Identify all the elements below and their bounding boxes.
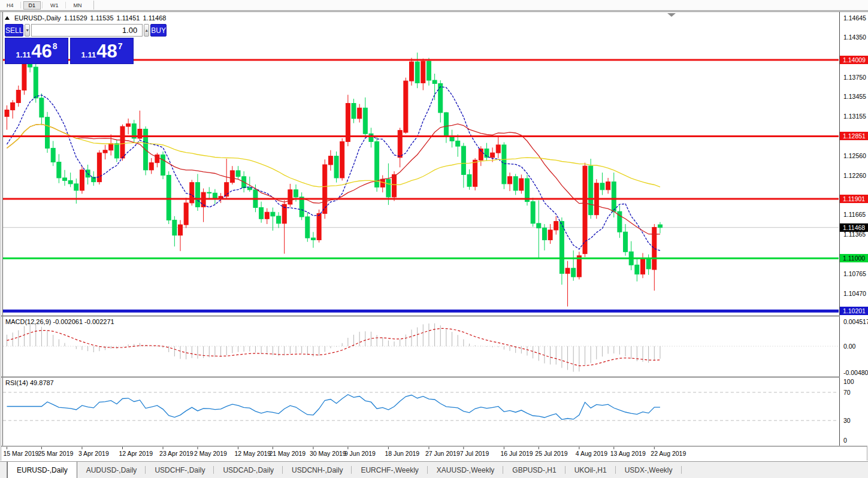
candle-body [508,177,512,184]
date-label: 27 Jun 2019 [425,450,460,457]
sell-price-base: 1.11 [16,50,31,59]
toolbar-separator [42,2,43,8]
candle-body [542,228,546,240]
rsi-value: 49.8787 [30,379,54,386]
candle-body [74,184,78,190]
candle-body [513,177,518,190]
chart-symbol: EURUSD-,Daily [14,14,61,22]
price-axis: 1.146451.143501.137501.134551.131551.125… [840,12,868,446]
candle-body [461,146,465,174]
platform-window: H4D1W1MN EURUSD-,Daily 1.11529 1.11535 1… [0,0,868,478]
chart-tab-usdchf-daily[interactable]: USDCHF-,Daily [146,462,214,478]
candle-body [652,228,657,270]
tab-scroll-strip[interactable] [0,462,7,478]
price-tick-label: 1.12560 [843,152,866,159]
chart-tab-usdcad-daily[interactable]: USDCAD-,Daily [214,462,283,478]
candle-body [559,222,564,274]
buy-price-big: 48 [96,42,117,60]
candle-body [120,126,125,158]
date-label: 30 May 2019 [310,450,346,457]
candle-body [109,144,113,150]
candle-body [271,212,275,216]
chart-tab-xauusd-weekly[interactable]: XAUUSD-,Weekly [428,462,503,478]
candle-body [161,155,165,175]
sell-button[interactable]: SELL [5,24,23,37]
chart-tab-gbpusd-h1[interactable]: GBPUSD-,H1 [503,462,565,478]
candle-body [502,145,506,184]
macd-pane [3,323,839,372]
volume-input[interactable] [31,24,143,37]
price-tick-label: 1.13455 [843,93,866,100]
candle-body [404,81,408,132]
ohlc-low: 1.11451 [117,14,140,22]
chart-canvas[interactable] [0,0,868,478]
date-label: 12 Apr 2019 [119,450,153,457]
candle-body [415,62,419,83]
candle-body [565,268,570,274]
sell-price-big: 46 [31,42,52,60]
candle-body [606,182,610,190]
price-tick-label: 1.10765 [843,270,866,277]
candle-body [277,216,281,223]
candle-body [155,155,159,162]
candles-layer [5,46,662,307]
chart-tab-usdx-weekly[interactable]: USDX-,Weekly [616,462,682,478]
timeframe-button-w1[interactable]: W1 [45,1,64,10]
candle-body [340,141,344,178]
price-tick-label: 1.11665 [843,211,866,218]
date-label: 22 Aug 2019 [651,450,686,457]
candle-body [5,110,9,117]
volume-decrease-button[interactable]: ▼ [25,24,30,37]
date-label: 16 Jul 2019 [500,450,533,457]
timeframe-button-d1[interactable]: D1 [23,1,41,10]
toolbar-separator [93,1,94,10]
candle-body [207,192,211,193]
chart-tab-eurchf-weekly[interactable]: EURCHF-,Weekly [352,462,427,478]
chart-tab-usdcnh-daily[interactable]: USDCNH-,Daily [283,462,352,478]
sell-quote-box[interactable]: 1.11 46 8 [5,38,68,64]
candle-body [334,156,338,178]
buy-quote-box[interactable]: 1.11 48 7 [70,38,134,64]
price-badge-1.14009: 1.14009 [840,56,868,64]
candle-body [548,230,552,240]
candle-body [265,212,269,219]
price-badge-1.11000: 1.11000 [840,254,868,262]
candle-body [236,171,240,177]
buy-button[interactable]: BUY [150,24,167,37]
date-label: 2 May 2019 [194,450,227,457]
volume-increase-button[interactable]: ▲ [144,24,149,37]
date-label: 7 Jul 2019 [460,450,489,457]
candle-body [300,197,304,217]
symbol-marker-icon [5,16,10,20]
candle-body [386,179,391,197]
timeframe-button-h4[interactable]: H4 [1,1,19,10]
candle-body [358,108,362,119]
macd-values: -0.002061 -0.002271 [53,318,114,325]
candle-body [658,225,662,228]
timeframe-button-mn[interactable]: MN [68,1,87,10]
candle-body [184,203,188,225]
chart-tab-audusd-daily[interactable]: AUDUSD-,Daily [77,462,146,478]
candle-body [496,145,500,153]
ohlc-close: 1.11468 [143,14,166,22]
candle-body [68,180,72,184]
toolbar-separator [20,2,21,8]
chart-shift [667,13,676,17]
candle-body [646,258,651,269]
rsi-axis-label: 0 [843,437,847,444]
price-badge-1.11901: 1.11901 [840,195,868,203]
chart-tab-ukoil-h1[interactable]: UKOil-,H1 [565,462,616,478]
candle-body [34,67,38,98]
candle-body [80,170,84,190]
candle-body [114,144,119,158]
candle-body [259,208,264,219]
candle-body [641,258,645,274]
date-label: 23 Apr 2019 [159,450,193,457]
one-click-trade-panel: SELL ▼ ▲ BUY 1.11 46 8 1.11 48 7 [5,24,136,64]
chart-tab-eurusd-daily[interactable]: EURUSD-,Daily [7,462,77,478]
candle-body [519,179,524,190]
candle-body [306,217,310,238]
candle-body [491,153,495,158]
price-tick-label: 1.10470 [843,290,866,297]
price-badge-1.11468: 1.11468 [840,223,868,232]
